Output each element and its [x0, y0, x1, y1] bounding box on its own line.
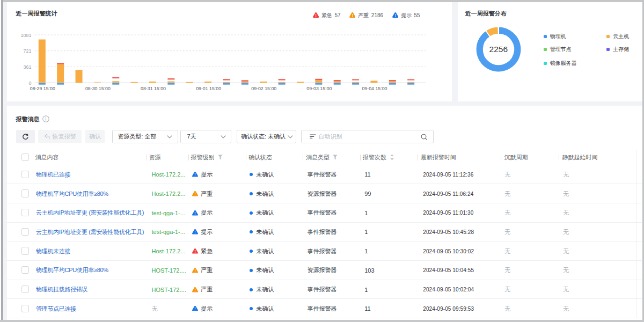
window-scrollbar-right[interactable]	[642, 0, 644, 320]
resource-link[interactable]: test-qga-1-...	[152, 223, 185, 242]
latest-alarm-time-cell: 2024-09-05 09:59:53	[423, 299, 474, 318]
refresh-button[interactable]	[16, 130, 35, 143]
silence-period-cell: 无	[504, 280, 510, 299]
resource-link[interactable]: HOST-172....	[152, 261, 186, 280]
row-checkbox[interactable]	[21, 209, 29, 216]
distribution-legend-item[interactable]: 镜像服务器	[544, 60, 577, 67]
select-all-checkbox[interactable]	[21, 153, 29, 161]
svg-text:09-02 15:00: 09-02 15:00	[251, 85, 276, 91]
table-row[interactable]: 物理机平均CPU使用率≥80% Host-172.2... 严重 未确认 资源报…	[7, 184, 642, 203]
time-range-value: 7天	[187, 133, 196, 141]
message-link[interactable]: 物理机未连接	[36, 241, 70, 261]
message-link[interactable]: 云主机内IP地址变更 (需安装性能优化工具)	[36, 223, 144, 242]
column-header-4: 确认状态	[248, 150, 272, 165]
alarm-level-cell: 严重	[192, 261, 213, 280]
status-label: 未确认	[256, 209, 274, 217]
search-input[interactable]: 自动识别	[301, 130, 434, 143]
status-label: 未确认	[256, 190, 274, 198]
table-row[interactable]: 物理机已连接 Host-172.2... 提示 未确认 事件报警器 11 202…	[7, 165, 642, 185]
alarm-level-legend-item[interactable]: 紧急 57	[313, 12, 341, 19]
table-row[interactable]: 物理机挂载路径错误 HOST-172.... 严重 未确认 事件报警器 1 20…	[7, 280, 642, 299]
alarm-level-legend-item[interactable]: 提示 55	[392, 12, 420, 19]
message-link[interactable]: 管理节点已连接	[36, 299, 76, 318]
latest-alarm-time-cell: 2024-09-05 11:01:30	[423, 203, 473, 223]
legend-resource-label: 镜像服务器	[550, 60, 577, 67]
row-checkbox[interactable]	[21, 189, 29, 197]
column-header-label: 确认状态	[248, 153, 272, 162]
legend-level-label: 提示	[401, 12, 412, 19]
table-row[interactable]: 物理机未连接 Host-172.2... 紧急 未确认 事件报警器 1 2024…	[7, 241, 642, 261]
distribution-legend-item[interactable]: 云主机	[606, 33, 629, 40]
alarm-level-cell: 提示	[192, 223, 213, 242]
level-triangle-icon	[192, 191, 198, 196]
level-label: 提示	[201, 209, 213, 217]
window-scrollbar-bottom[interactable]	[0, 320, 644, 322]
mute-start-time-cell: 无	[563, 203, 569, 223]
warning-triangle-icon	[349, 12, 355, 18]
message-link[interactable]: 物理机挂载路径错误	[36, 280, 87, 299]
resource-link[interactable]: Host-172.2...	[152, 184, 186, 203]
alarm-distribution-card: 近一周报警分布 2256 物理机 管理节点 镜像服务器 云主机 主存储	[458, 2, 642, 101]
confirm-button[interactable]: 确认	[85, 130, 105, 143]
row-checkbox[interactable]	[21, 266, 29, 274]
table-row[interactable]: 云主机内IP地址变更 (需安装性能优化工具) test-qga-1-... 提示…	[7, 203, 642, 223]
resource-link[interactable]: Host-172.2...	[152, 241, 186, 261]
table-row[interactable]: 管理节点已连接 无 提示 未确认 事件报警器 11 2024-09-05 09:…	[7, 299, 642, 318]
mute-start-time-cell: 无	[563, 165, 569, 185]
resource-link[interactable]: HOST-172....	[152, 280, 186, 299]
mute-start-time-cell: 无	[563, 241, 569, 261]
confirm-status-cell: 未确认	[250, 223, 274, 242]
legend-resource-label: 物理机	[550, 33, 566, 40]
level-label: 提示	[201, 171, 213, 179]
svg-text:361: 361	[24, 64, 32, 69]
restore-alarm-button[interactable]: 恢复报警	[38, 130, 82, 143]
status-dot	[250, 192, 253, 195]
row-checkbox[interactable]	[21, 228, 29, 236]
sort-carets-icon[interactable]	[390, 154, 394, 160]
status-dot	[250, 211, 253, 215]
alarm-count-cell: 1	[364, 280, 368, 299]
distribution-legend-item[interactable]: 物理机	[544, 33, 566, 40]
column-divider	[303, 155, 303, 160]
message-link[interactable]: 云主机内IP地址变更 (需安装性能优化工具)	[36, 203, 144, 223]
filter-funnel-icon[interactable]	[333, 155, 338, 160]
message-link[interactable]: 物理机平均CPU使用率≥80%	[36, 184, 108, 203]
table-row[interactable]: 云主机内IP地址变更 (需安装性能优化工具) test-qga-1-... 提示…	[7, 223, 642, 242]
info-icon[interactable]	[42, 115, 49, 123]
distribution-legend-item[interactable]: 管理节点	[544, 46, 572, 53]
distribution-legend-item[interactable]: 主存储	[606, 46, 629, 53]
column-header-9: 静默起始时间	[562, 150, 598, 165]
table-row[interactable]: 物理机平均CPU使用率≥80% HOST-172.... 严重 未确认 资源报警…	[7, 261, 642, 280]
resource-link: 无	[152, 299, 158, 318]
filter-funnel-icon[interactable]	[218, 155, 223, 160]
resource-link[interactable]: Host-172.2...	[152, 165, 186, 185]
column-header-label: 静默起始时间	[562, 153, 598, 162]
message-type-cell: 事件报警器	[308, 280, 337, 299]
row-checkbox[interactable]	[21, 305, 29, 312]
silence-period-cell: 无	[504, 184, 510, 203]
resource-type-dropdown[interactable]: 资源类型: 全部	[112, 130, 178, 143]
confirm-status-dropdown[interactable]: 确认状态: 未确认	[237, 130, 296, 143]
alarm-count-cell: 11	[364, 165, 370, 185]
alarm-level-legend-item[interactable]: 严重 2186	[349, 12, 383, 19]
status-dot	[250, 230, 253, 233]
legend-marker	[544, 62, 547, 65]
row-checkbox[interactable]	[21, 171, 29, 178]
message-link[interactable]: 物理机平均CPU使用率≥80%	[36, 261, 108, 280]
time-range-dropdown[interactable]: 7天	[180, 130, 231, 143]
chevron-down-icon	[167, 135, 172, 138]
resource-link[interactable]: test-qga-1-...	[152, 203, 185, 223]
mute-start-time-cell: 无	[563, 280, 569, 299]
alarm-count-cell: 1	[364, 223, 368, 242]
svg-text:721: 721	[24, 48, 32, 54]
column-header-label: 消息内容	[35, 153, 59, 162]
column-header-label: 报警次数	[363, 153, 386, 162]
row-checkbox[interactable]	[21, 286, 29, 293]
alarm-count-cell: 1	[364, 241, 368, 261]
alarm-level-cell: 严重	[192, 280, 213, 299]
level-triangle-icon	[192, 229, 198, 235]
status-label: 未确认	[256, 305, 274, 313]
row-checkbox[interactable]	[21, 247, 29, 254]
column-divider	[501, 155, 501, 160]
message-link[interactable]: 物理机已连接	[36, 165, 70, 185]
